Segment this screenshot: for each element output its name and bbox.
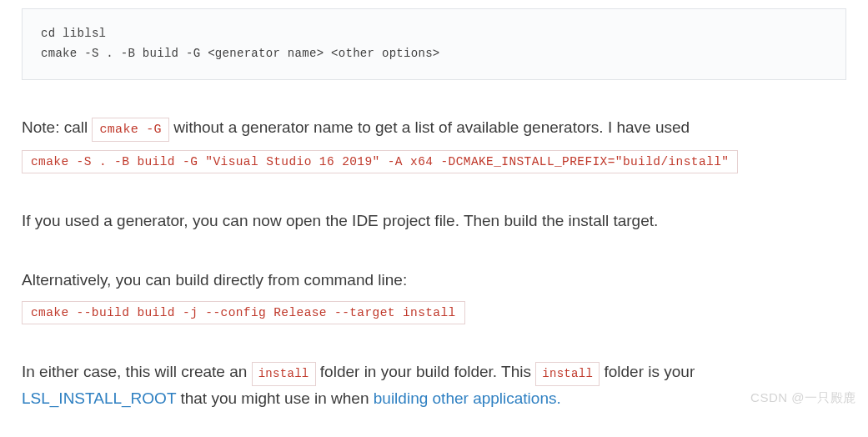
code-line-cmake-build: cmake --build build -j --config Release … [22, 301, 465, 324]
code-line: cmake -S . -B build -G <generator name> … [41, 47, 440, 60]
inline-code-install: install [535, 362, 600, 387]
text: that you might use in when [176, 389, 374, 407]
text: Note: call [22, 118, 92, 136]
code-line: cd liblsl [41, 27, 106, 40]
link-lsl-install-root[interactable]: LSL_INSTALL_ROOT [22, 389, 176, 407]
text: In either case, this will create an [22, 363, 252, 380]
paragraph-install: In either case, this will create an inst… [22, 359, 846, 411]
paragraph-note: Note: call cmake -G without a generator … [22, 115, 846, 142]
watermark: CSDN @一只殿鹿 [750, 390, 856, 406]
inline-code-cmake-g: cmake -G [92, 118, 168, 142]
paragraph-alt: Alternatively, you can build directly fr… [22, 268, 846, 292]
paragraph-ide: If you used a generator, you can now ope… [22, 208, 846, 233]
link-building-other-apps[interactable]: building other applications. [374, 389, 561, 407]
inline-code-install: install [252, 362, 316, 387]
text: without a generator name to get a list o… [169, 118, 690, 136]
text: folder in your build folder. This [316, 363, 536, 380]
code-line-cmake-config: cmake -S . -B build -G "Visual Studio 16… [22, 150, 738, 173]
text: folder is your [600, 363, 695, 380]
code-block-setup: cd liblsl cmake -S . -B build -G <genera… [22, 8, 846, 80]
